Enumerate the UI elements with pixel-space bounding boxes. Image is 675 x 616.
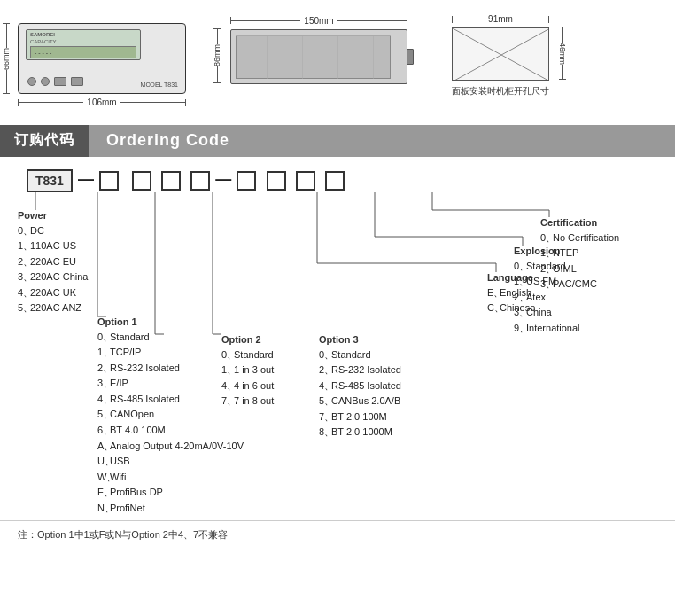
ordering-header: 订购代码 Ordering Code: [0, 125, 675, 157]
front-diagram: 66mm SAMOREI CAPACITY - - - - -: [18, 14, 204, 109]
panel-diagram: 91mm 46mm 面板安装时机柜开孔尺寸: [452, 14, 585, 97]
ordering-header-cn: 订购代码: [0, 125, 89, 157]
option2-section: Option 2 0、Standard 1、1 in 3 out 4、4 in …: [221, 334, 274, 409]
option3-title: Option 3: [319, 334, 401, 345]
side-width-dim: 150mm: [300, 16, 337, 26]
option2-title: Option 2: [221, 334, 274, 345]
ordering-section: 订购代码 Ordering Code T831 — —: [0, 125, 675, 520]
front-height-dim: 66mm: [2, 48, 11, 70]
code-square-7: [296, 171, 315, 191]
option1-title: Option 1: [97, 316, 244, 327]
front-width-dim: 106mm: [83, 97, 120, 107]
panel-height-dim: 46mm: [558, 43, 567, 65]
power-title: Power: [18, 210, 88, 221]
model-code: T831: [27, 169, 73, 192]
code-square-2: [132, 171, 151, 191]
side-diagram: 150mm 86mm: [230, 14, 425, 84]
svg-line-0: [453, 28, 549, 81]
certification-title: Certification: [540, 217, 619, 228]
ordering-header-en: Ordering Code: [89, 125, 675, 157]
side-height-dim: 86mm: [213, 44, 221, 66]
power-item-5: 5、220AC ANZ: [18, 300, 88, 316]
front-model-label: MODEL T831: [141, 82, 178, 88]
diagrams-section: 66mm SAMOREI CAPACITY - - - - -: [0, 0, 675, 118]
power-item-1: 1、110AC US: [18, 238, 88, 254]
power-section: Power 0、DC 1、110AC US 2、220AC EU 3、220AC…: [18, 210, 88, 317]
power-item-4: 4、220AC UK: [18, 285, 88, 301]
panel-width-dim: 91mm: [486, 14, 515, 24]
option3-section: Option 3 0、Standard 2、RS-232 Isolated 4、…: [319, 334, 401, 441]
note-section: 注：Option 1中1或F或N与Option 2中4、7不兼容: [0, 520, 675, 549]
power-item-3: 3、220AC China: [18, 269, 88, 285]
note-text: 注：Option 1中1或F或N与Option 2中4、7不兼容: [18, 529, 228, 540]
panel-caption: 面板安装时机柜开孔尺寸: [452, 85, 549, 97]
code-square-3: [161, 171, 181, 191]
code-square-6: [267, 171, 286, 191]
front-device-box: SAMOREI CAPACITY - - - - - MODEL T831: [18, 23, 186, 94]
code-square-5: [237, 171, 256, 191]
code-square-1: [99, 171, 119, 191]
certification-section: Certification 0、No Certification 1、NTEP …: [540, 217, 619, 292]
code-diagram: T831 — —: [0, 157, 675, 520]
power-item-2: 2、220AC EU: [18, 254, 88, 270]
power-item-0: 0、DC: [18, 223, 88, 239]
code-square-8: [325, 171, 345, 191]
code-square-4: [190, 171, 210, 191]
